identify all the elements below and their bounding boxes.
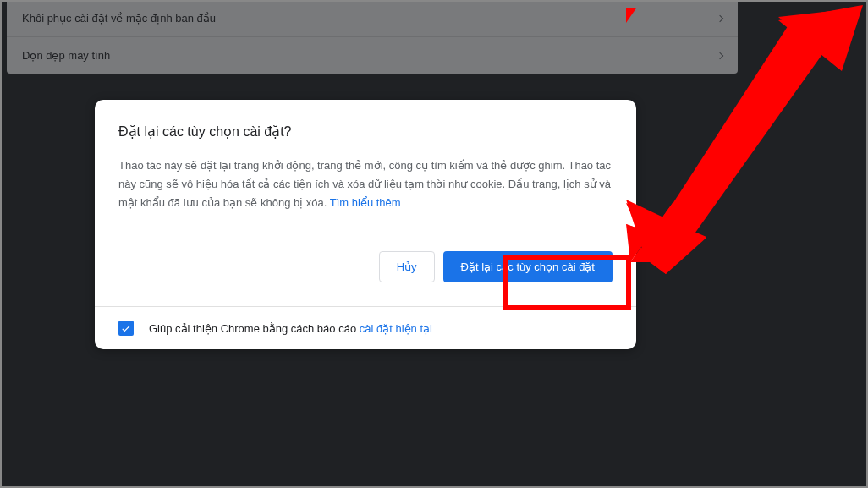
dialog-actions: Hủy Đặt lại các tùy chọn cài đặt: [95, 251, 636, 306]
current-settings-link[interactable]: cài đặt hiện tại: [360, 322, 432, 335]
footer-text: Giúp cải thiện Chrome bằng cách báo cáo …: [149, 322, 432, 335]
dialog-description: Thao tác này sẽ đặt lại trang khởi động,…: [118, 156, 613, 212]
reset-settings-button[interactable]: Đặt lại các tùy chọn cài đặt: [443, 251, 613, 282]
check-icon: [120, 322, 132, 334]
report-settings-checkbox[interactable]: [118, 321, 134, 336]
dialog-footer: Giúp cải thiện Chrome bằng cách báo cáo …: [95, 306, 636, 349]
dialog-title: Đặt lại các tùy chọn cài đặt?: [118, 123, 613, 140]
learn-more-link[interactable]: Tìm hiểu thêm: [330, 196, 401, 209]
footer-text-pre: Giúp cải thiện Chrome bằng cách báo cáo: [149, 322, 360, 335]
dialog-body: Đặt lại các tùy chọn cài đặt? Thao tác n…: [95, 100, 636, 231]
cancel-button[interactable]: Hủy: [379, 251, 435, 282]
reset-settings-dialog: Đặt lại các tùy chọn cài đặt? Thao tác n…: [95, 100, 636, 349]
